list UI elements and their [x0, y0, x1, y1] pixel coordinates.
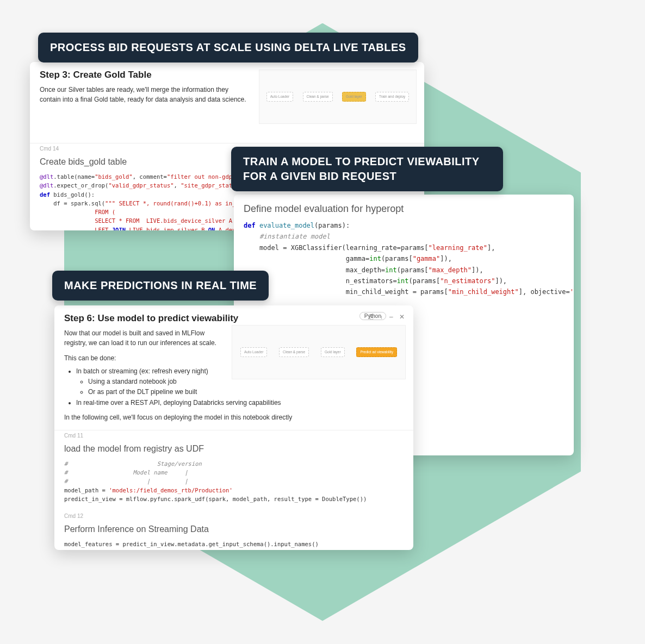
diagram2-node-cleanparse: Clean & parse	[279, 347, 309, 357]
diagram-node-cleanparse: Clean & parse	[303, 92, 333, 102]
section-inference: Perform Inference on Streaming Data	[54, 519, 413, 536]
badge-process-bids: PROCESS BID REQUESTS AT SCALE USING DELT…	[38, 33, 418, 62]
pipeline-diagram-2: Auto Loader Clean & parse Gold layer Pre…	[232, 325, 406, 379]
cmd-label-11: Cmd 11	[54, 430, 413, 439]
diagram2-node-autoloader: Auto Loader	[240, 347, 267, 357]
section-load-model: load the model from registry as UDF	[54, 439, 413, 456]
step6-desc1: Now that our model is built and saved in…	[64, 328, 222, 348]
step6-title: Step 6: Use model to predict viewability	[64, 313, 404, 324]
step3-desc: Once our Silver tables are ready, we'll …	[40, 85, 246, 104]
cell-toolbar[interactable]: ⎘ ⋮ – ✕	[369, 313, 407, 321]
section-hyperopt: Define model evaluation for hyperopt	[234, 195, 574, 217]
diagram-node-traindeploy: Train and deploy	[375, 92, 409, 102]
badge-predictions: MAKE PREDICTIONS IN REAL TIME	[52, 271, 269, 301]
cmd-label-12: Cmd 12	[54, 511, 413, 519]
code-load-model[interactable]: # Stage/version # Model name | # | | mod…	[54, 456, 413, 511]
step6-desc3: In the following cell, we'll focus on de…	[64, 412, 404, 422]
diagram2-node-predict: Predict ad viewability	[356, 347, 397, 357]
badge-train-model: TRAIN A MODEL TO PREDICT VIEWABILITY FOR…	[231, 147, 503, 191]
notebook-panel-predict: Python ⎘ ⋮ – ✕ Step 6: Use model to pred…	[54, 305, 413, 550]
code-inference[interactable]: model_features = predict_in_view.metadat…	[54, 536, 413, 550]
diagram2-node-goldlayer: Gold layer	[321, 347, 345, 357]
pipeline-diagram: Auto Loader Clean & parse Gold layer Tra…	[259, 70, 417, 124]
diagram-node-goldlayer: Gold layer	[342, 92, 366, 102]
diagram-node-autoloader: Auto Loader	[266, 92, 293, 102]
